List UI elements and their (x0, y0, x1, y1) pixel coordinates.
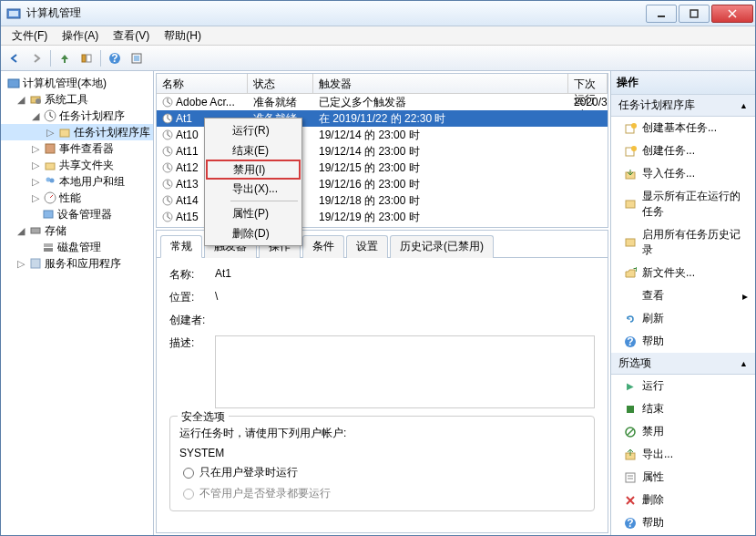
close-button[interactable] (711, 5, 753, 23)
svg-point-54 (631, 123, 637, 129)
action-item[interactable]: 导出... (611, 443, 755, 466)
ctx-end[interactable]: 结束(E) (207, 140, 300, 160)
svg-rect-28 (31, 259, 40, 268)
new-icon (624, 145, 637, 158)
show-hide-button[interactable] (77, 48, 97, 68)
action-item[interactable]: ?帮助 (611, 330, 755, 353)
radio-logged-on-only[interactable]: 只在用户登录时运行 (183, 465, 585, 480)
tab-conditions[interactable]: 条件 (302, 235, 344, 258)
forward-button[interactable] (26, 48, 46, 68)
expand-icon[interactable]: ▷ (30, 192, 41, 204)
ctx-run[interactable]: 运行(R) (207, 120, 300, 140)
collapse-icon: ▲ (740, 101, 748, 110)
collapse-icon[interactable]: ◢ (15, 225, 26, 237)
maximize-button[interactable] (679, 5, 710, 23)
back-button[interactable] (5, 48, 25, 68)
action-item[interactable]: 结束 (611, 397, 755, 420)
label-location: 位置: (169, 290, 215, 305)
col-trigger[interactable]: 触发器 (313, 74, 568, 93)
actions-section-selected[interactable]: 所选项▲ (611, 353, 755, 375)
tree-event-viewer[interactable]: ▷事件查看器 (1, 140, 153, 157)
action-item[interactable]: 禁用 (611, 420, 755, 443)
up-button[interactable] (55, 48, 75, 68)
svg-rect-1 (9, 11, 18, 16)
menu-action[interactable]: 操作(A) (55, 26, 106, 46)
ctx-disable[interactable]: 禁用(I) (206, 160, 301, 180)
svg-rect-7 (87, 55, 91, 62)
help-button[interactable]: ? (105, 48, 125, 68)
tree-system-tools[interactable]: ◢系统工具 (1, 91, 153, 108)
refresh-button[interactable] (127, 48, 147, 68)
menu-help[interactable]: 帮助(H) (157, 26, 209, 46)
col-state[interactable]: 状态 (248, 74, 313, 93)
task-row[interactable]: Adobe Acr...准备就绪已定义多个触发器2020/3/ (157, 94, 608, 110)
tab-settings[interactable]: 设置 (346, 235, 388, 258)
action-item[interactable]: 启用所有任务历史记录 (611, 223, 755, 262)
app-icon (6, 6, 21, 21)
action-item[interactable]: +新文件夹... (611, 262, 755, 284)
svg-rect-6 (82, 55, 86, 62)
tree-services-apps[interactable]: ▷服务和应用程序 (1, 255, 153, 272)
tab-general[interactable]: 常规 (160, 235, 202, 258)
tree-shared-folders[interactable]: ▷共享文件夹 (1, 157, 153, 173)
svg-point-56 (631, 146, 637, 151)
collapse-icon[interactable]: ◢ (15, 94, 26, 106)
task-list-header: 名称 状态 触发器 下次运行时 (157, 74, 608, 94)
label-description: 描述: (169, 335, 215, 351)
tree-task-scheduler[interactable]: ◢任务计划程序 (1, 108, 153, 124)
expand-icon[interactable]: ▷ (30, 176, 41, 188)
action-item[interactable]: ?帮助 (611, 511, 755, 534)
tree-performance[interactable]: ▷性能 (1, 190, 153, 206)
expand-icon[interactable]: ▷ (30, 143, 41, 155)
svg-rect-18 (60, 129, 69, 137)
action-item[interactable]: 查看▸ (611, 284, 755, 307)
minimize-button[interactable] (646, 5, 677, 23)
tree-root[interactable]: 计算机管理(本地) (1, 75, 153, 91)
menu-view[interactable]: 查看(V) (106, 26, 157, 46)
tree-storage[interactable]: ◢存储 (1, 222, 153, 239)
radio-whether-logged-on[interactable]: 不管用户是否登录都要运行 (183, 486, 585, 501)
disable-icon (624, 426, 637, 438)
action-item[interactable]: 属性 (611, 466, 755, 489)
collapse-icon[interactable]: ◢ (30, 110, 41, 122)
svg-rect-12 (8, 79, 19, 88)
end-icon (624, 403, 637, 416)
expand-icon[interactable]: ▷ (30, 160, 41, 171)
tree-disk-management[interactable]: 磁盘管理 (1, 239, 153, 255)
context-menu: 运行(R) 结束(E) 禁用(I) 导出(X)... 属性(P) 删除(D) (204, 118, 302, 246)
help-icon: ? (624, 335, 637, 348)
menu-file[interactable]: 文件(F) (5, 26, 55, 46)
ctx-properties[interactable]: 属性(P) (207, 203, 300, 223)
task-details-pane: 常规 触发器 操作 条件 设置 历史记录(已禁用) 名称:At1 位置:\ 创建… (156, 230, 608, 533)
description-box[interactable] (215, 335, 595, 408)
action-item[interactable]: 显示所有正在运行的任务 (611, 185, 755, 223)
svg-rect-25 (31, 228, 40, 233)
expand-icon[interactable]: ▷ (15, 258, 26, 270)
action-item[interactable]: 删除 (611, 489, 755, 511)
action-item[interactable]: ▶运行 (611, 375, 755, 397)
tree-device-manager[interactable]: 设备管理器 (1, 206, 153, 222)
tab-history[interactable]: 历史记录(已禁用) (390, 235, 494, 258)
action-item[interactable]: 创建任务... (611, 139, 755, 162)
actions-pane: 操作 任务计划程序库▲ 创建基本任务...创建任务...导入任务...显示所有正… (611, 71, 755, 535)
ctx-delete[interactable]: 删除(D) (207, 223, 300, 243)
tree-local-users[interactable]: ▷本地用户和组 (1, 173, 153, 190)
run-icon: ▶ (624, 380, 637, 393)
expand-icon[interactable]: ▷ (45, 127, 56, 139)
svg-rect-26 (44, 243, 53, 247)
col-name[interactable]: 名称 (157, 74, 248, 93)
ctx-export[interactable]: 导出(X)... (207, 179, 300, 199)
action-item[interactable]: 刷新 (611, 307, 755, 330)
security-options-group: 安全选项 运行任务时，请使用下列用户帐户: SYSTEM 只在用户登录时运行 不… (169, 416, 595, 511)
new-icon (624, 122, 637, 135)
action-item[interactable]: 创建基本任务... (611, 117, 755, 139)
enable-icon (624, 236, 637, 249)
action-item[interactable]: 导入任务... (611, 162, 755, 185)
navigation-tree[interactable]: 计算机管理(本地) ◢系统工具 ◢任务计划程序 ▷任务计划程序库 ▷事件查看器 … (1, 71, 154, 535)
svg-line-65 (628, 429, 633, 435)
value-location: \ (215, 290, 595, 303)
actions-section-library[interactable]: 任务计划程序库▲ (611, 95, 755, 117)
tree-task-scheduler-library[interactable]: ▷任务计划程序库 (1, 124, 153, 140)
svg-point-22 (50, 179, 55, 183)
col-next-run[interactable]: 下次运行时 (568, 74, 608, 93)
